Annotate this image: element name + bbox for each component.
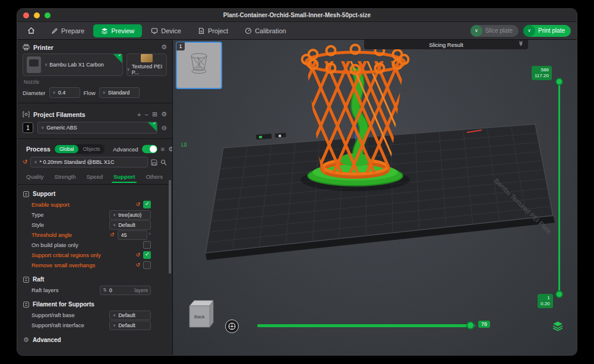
slicing-result-title: Slicing Result: [429, 42, 463, 48]
collapse-chevron-icon[interactable]: ≫: [517, 40, 523, 46]
support-raft-interface-select[interactable]: Default: [109, 321, 151, 330]
preset-name: * 0.20mm Standard @BBL X1C: [40, 159, 115, 165]
tab-project[interactable]: Project: [190, 24, 236, 37]
filament-select[interactable]: Generic ABS: [37, 122, 157, 134]
tab-device[interactable]: Device: [143, 24, 189, 37]
ams-sync-icon[interactable]: ⊞: [152, 110, 157, 118]
print-plate-button[interactable]: ∨ Print plate: [523, 25, 571, 37]
camera-aperture-icon: [228, 322, 236, 330]
layer-slider-top-handle[interactable]: [555, 78, 563, 86]
device-icon: [151, 27, 158, 34]
plate-type-thumbnail: [141, 54, 153, 62]
plate-type-select-card[interactable]: ∨ Textured PEI P...: [127, 53, 168, 76]
filament-supports-section-icon: [23, 302, 29, 308]
remove-filament-icon[interactable]: −: [144, 111, 148, 118]
nav-actions: ∨ Slice plate ∨ Print plate: [470, 25, 571, 37]
calibration-icon: [245, 27, 252, 34]
cube-face-label: Back: [194, 314, 206, 319]
layer-top-height: 117.20: [535, 73, 549, 79]
support-style-select[interactable]: Default: [109, 220, 151, 230]
stepper-arrows-icon[interactable]: ⇅: [103, 287, 107, 293]
support-params-panel: Support Enable support Type tree(auto) S…: [17, 185, 172, 346]
reset-icon[interactable]: [135, 252, 140, 258]
minimize-window-button[interactable]: [34, 12, 40, 18]
layer-slider-bottom-handle[interactable]: [555, 290, 563, 298]
scope-global[interactable]: Global: [55, 145, 79, 153]
raft-section-icon: [23, 277, 29, 283]
snapshot-button[interactable]: [225, 319, 239, 333]
slice-plate-button[interactable]: ∨ Slice plate: [470, 25, 519, 37]
reset-icon[interactable]: [135, 262, 140, 268]
scope-objects[interactable]: Objects: [78, 146, 104, 152]
printer-section-title: Printer: [33, 44, 53, 51]
diameter-select[interactable]: 0.4: [49, 87, 80, 98]
printer-settings-gear-icon[interactable]: ⚙: [161, 43, 167, 51]
raft-layers-stepper[interactable]: ⇅ layers: [100, 286, 151, 295]
reset-icon[interactable]: [110, 232, 115, 238]
scope-switch[interactable]: Global Objects: [54, 144, 105, 154]
flow-select[interactable]: Standard: [99, 87, 140, 98]
printer-section-header: Printer ⚙: [17, 40, 172, 53]
preset-row: * 0.20mm Standard @BBL X1C: [17, 155, 172, 169]
tab-prepare[interactable]: Prepare: [43, 24, 92, 37]
scene-canvas: Bambu Textured PEI Plate LO: [173, 40, 577, 356]
layer-bottom-height: 0.20: [541, 301, 550, 307]
support-raft-base-select[interactable]: Default: [109, 311, 151, 320]
print-dropdown-icon[interactable]: ∨: [523, 25, 535, 37]
filament-selected-flag-icon: [148, 122, 157, 131]
project-icon: [198, 27, 205, 34]
left-sidebar: Printer ⚙ ∨ Bambu Lab X1 Carbon ∨ Textur…: [17, 40, 173, 356]
move-slider-track[interactable]: [257, 324, 476, 327]
remove-small-overhangs-checkbox[interactable]: [143, 261, 151, 269]
window-title: Plant-Container-Orchid-Small-Inner-Mesh-…: [223, 12, 371, 18]
move-slider-handle[interactable]: [466, 321, 475, 330]
app-window: Plant-Container-Orchid-Small-Inner-Mesh-…: [17, 8, 577, 356]
tab-speed[interactable]: Speed: [81, 172, 108, 183]
support-style-value: Default: [118, 222, 135, 228]
on-build-plate-only-checkbox[interactable]: [143, 241, 151, 249]
slicing-result-bar[interactable]: Slicing Result ≫: [364, 40, 528, 49]
threshold-angle-input[interactable]: [118, 230, 147, 240]
tab-quality[interactable]: Quality: [21, 172, 49, 183]
tab-calibration[interactable]: Calibration: [237, 24, 294, 37]
support-critical-regions-checkbox[interactable]: [143, 251, 151, 259]
tab-others[interactable]: Others: [140, 172, 168, 183]
enable-support-checkbox[interactable]: [143, 201, 151, 208]
sidebar-scrollbar[interactable]: [169, 180, 171, 274]
search-preset-icon[interactable]: [160, 159, 167, 166]
raft-layers-input[interactable]: [109, 287, 126, 293]
printer-thumbnail: [27, 56, 41, 73]
remove-filament-circle-icon[interactable]: ⊖: [162, 124, 167, 132]
prepare-icon: [51, 27, 58, 34]
filaments-section-title: Project Filaments: [33, 111, 86, 118]
param-label: On build plate only: [31, 242, 143, 248]
home-button[interactable]: [23, 24, 39, 37]
close-window-button[interactable]: [23, 12, 29, 18]
add-filament-icon[interactable]: +: [137, 111, 141, 118]
preset-reset-icon[interactable]: [23, 159, 27, 165]
plate-thumbnail[interactable]: 1: [176, 42, 222, 89]
slice-dropdown-icon[interactable]: ∨: [470, 25, 482, 37]
3d-viewport[interactable]: Bambu Textured PEI Plate LO: [173, 40, 577, 356]
process-preset-select[interactable]: * 0.20mm Standard @BBL X1C: [30, 157, 148, 167]
param-list-icon[interactable]: ≡: [161, 145, 165, 153]
tab-support[interactable]: Support: [108, 172, 140, 183]
reset-icon[interactable]: [135, 202, 140, 207]
advanced-section-gear-icon: ⚙: [23, 336, 29, 344]
tab-strength[interactable]: Strength: [49, 172, 81, 183]
save-preset-icon[interactable]: [151, 159, 157, 166]
process-title: Process: [26, 145, 50, 153]
filament-settings-gear-icon[interactable]: ⚙: [161, 110, 167, 118]
cube-top-face[interactable]: [189, 300, 213, 306]
tab-preview[interactable]: Preview: [93, 24, 142, 37]
layer-slider-track[interactable]: [558, 83, 560, 294]
param-tools-icon[interactable]: ⚙: [168, 145, 173, 153]
layers-view-icon[interactable]: [552, 320, 564, 332]
printer-select-card[interactable]: ∨ Bambu Lab X1 Carbon: [23, 53, 123, 76]
maximize-window-button[interactable]: [45, 12, 50, 18]
param-row-type: Type tree(auto): [17, 210, 172, 220]
navigation-cube[interactable]: Back: [186, 296, 214, 330]
support-type-select[interactable]: tree(auto): [109, 210, 151, 220]
title-bar: Plant-Container-Orchid-Small-Inner-Mesh-…: [17, 9, 577, 22]
advanced-toggle[interactable]: [142, 145, 157, 153]
